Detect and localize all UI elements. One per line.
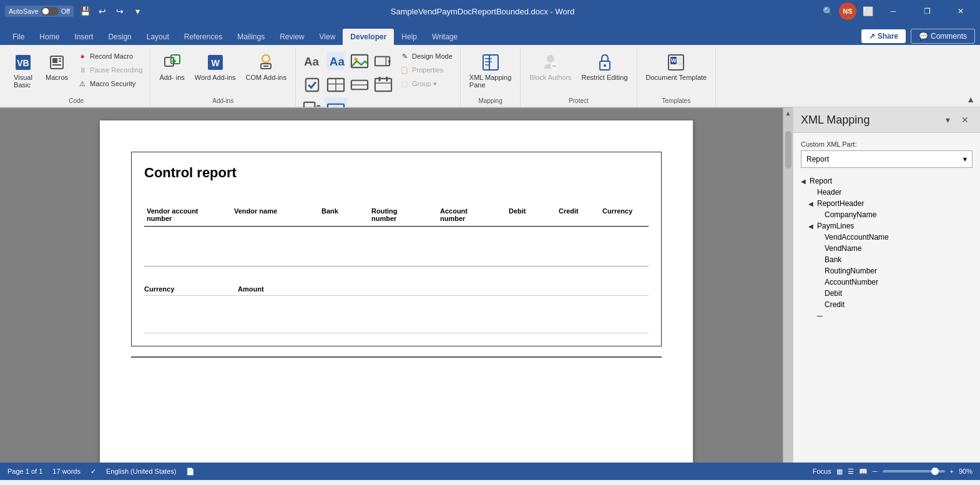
checkbox-control-button[interactable] <box>301 74 323 96</box>
text-control-aa-button[interactable]: Aa <box>301 50 323 72</box>
col-routing: Routingnumber <box>369 206 438 223</box>
autosave-pill[interactable] <box>41 7 59 16</box>
record-macro-button[interactable]: ● Record Macro <box>75 50 145 62</box>
svg-text:Aa: Aa <box>304 55 320 68</box>
tree-item-accountnumber[interactable]: AccountNumber <box>801 277 973 288</box>
tree-item-companyname[interactable]: CompanyName <box>801 209 973 220</box>
comments-button[interactable]: 💬 Comments <box>911 29 975 44</box>
scroll-thumb[interactable] <box>785 131 791 169</box>
xml-panel-close-button[interactable]: ✕ <box>958 112 973 127</box>
visual-basic-button[interactable]: VB VisualBasic <box>7 50 39 91</box>
tab-help[interactable]: Help <box>394 29 424 45</box>
date-control-icon <box>373 75 393 95</box>
ribbon-display-icon[interactable]: ⬜ <box>861 5 874 17</box>
restrict-editing-button[interactable]: Restrict Editing <box>578 50 632 84</box>
undo-icon[interactable]: ↩ <box>96 5 109 17</box>
view-read-icon[interactable]: 📖 <box>859 468 868 476</box>
macros-icon <box>47 52 67 72</box>
image-control-button[interactable] <box>348 50 371 72</box>
macros-button[interactable]: Macros <box>41 50 72 84</box>
tree-item-vendname[interactable]: VendName <box>801 243 973 254</box>
vertical-scrollbar[interactable]: ▲ ▼ <box>783 108 793 463</box>
tab-file[interactable]: File <box>5 29 32 45</box>
xml-part-dropdown[interactable]: Report ▾ <box>801 150 973 168</box>
add-ins-button[interactable]: Add- ins <box>155 50 188 84</box>
tab-insert[interactable]: Insert <box>67 29 100 45</box>
text-control-a-button[interactable]: Aa <box>325 50 347 72</box>
com-add-ins-button[interactable]: COM Add-ins <box>242 50 290 84</box>
view-normal-icon[interactable]: ▦ <box>836 468 843 476</box>
zoom-out-icon[interactable]: ─ <box>873 468 878 475</box>
autosave-toggle[interactable]: AutoSave Off <box>5 6 74 17</box>
doc-scroll[interactable]: Control report Vendor accountnumber Vend… <box>0 108 793 463</box>
combo-control-button[interactable]: ▾ <box>372 50 394 72</box>
tree-item-debit[interactable]: Debit <box>801 288 973 299</box>
svg-rect-5 <box>59 61 61 62</box>
macro-controls-col: ● Record Macro ⏸ Pause Recording ⚠ Macro… <box>75 50 145 90</box>
tab-home[interactable]: Home <box>32 29 67 45</box>
titlebar: AutoSave Off 💾 ↩ ↪ ▾ SampleVendPaymDocRe… <box>0 0 980 22</box>
word-add-ins-label: Word Add-ins <box>195 74 236 81</box>
svg-rect-7 <box>165 57 174 66</box>
tree-item-credit[interactable]: Credit <box>801 299 973 310</box>
date-control-button[interactable] <box>372 74 394 96</box>
tree-label-credit: Credit <box>825 300 845 309</box>
zoom-slider[interactable] <box>883 470 945 473</box>
tab-review[interactable]: Review <box>272 29 311 45</box>
customize-qat-icon[interactable]: ▾ <box>131 5 144 17</box>
avatar[interactable]: NS <box>839 2 856 20</box>
close-button[interactable]: ✕ <box>946 0 975 22</box>
focus-label[interactable]: Focus <box>813 468 831 475</box>
templates-group-label: Templates <box>642 96 711 104</box>
tab-references[interactable]: References <box>177 29 230 45</box>
tab-mailings[interactable]: Mailings <box>230 29 272 45</box>
ribbon-collapse-button[interactable]: ▲ <box>966 94 975 104</box>
table-control-button[interactable] <box>325 74 347 96</box>
ribbon-group-protect: Block Authors Restrict Editing Protect <box>521 47 637 107</box>
minimize-button[interactable]: ─ <box>879 0 908 22</box>
tree-item-ellipsis[interactable]: ─ <box>801 310 973 321</box>
redo-icon[interactable]: ↪ <box>114 5 126 17</box>
word-add-ins-button[interactable]: W Word Add-ins <box>191 50 240 84</box>
tree-item-vendaccountname[interactable]: VendAccountName <box>801 232 973 243</box>
tab-design[interactable]: Design <box>100 29 139 45</box>
document-template-label: Document Template <box>646 74 707 81</box>
tab-writage[interactable]: Writage <box>424 29 465 45</box>
properties-label: Properties <box>412 66 443 74</box>
zoom-in-icon[interactable]: + <box>950 468 954 475</box>
zoom-level[interactable]: 90% <box>959 468 973 475</box>
save-icon[interactable]: 💾 <box>79 5 91 17</box>
spell-check-icon[interactable]: ✓ <box>91 468 96 476</box>
autosave-label: AutoSave <box>9 7 39 15</box>
xml-panel-collapse-button[interactable]: ▾ <box>940 112 955 127</box>
tree-item-reportheader[interactable]: ◀ ReportHeader <box>801 198 973 209</box>
tab-view[interactable]: View <box>312 29 343 45</box>
ribbon-group-addins: Add- ins W Word Add-ins COM Add-ins Add-… <box>150 47 296 107</box>
scroll-up-arrow[interactable]: ▲ <box>783 108 793 119</box>
com-add-ins-icon <box>256 52 276 72</box>
tree-item-bank[interactable]: Bank <box>801 254 973 265</box>
paymlines-arrow: ◀ <box>808 223 816 230</box>
xml-mapping-pane-button[interactable]: XML MappingPane <box>466 50 515 91</box>
design-mode-button[interactable]: ✎ Design Mode <box>397 50 455 62</box>
addins-group-label: Add-ins <box>155 96 290 104</box>
xml-mapping-pane-label: XML MappingPane <box>469 74 511 89</box>
tree-item-routingnumber[interactable]: RoutingNumber <box>801 265 973 277</box>
checkbox-control-icon <box>302 75 322 95</box>
list-control-button[interactable] <box>348 74 371 96</box>
cursor-line <box>131 356 662 358</box>
tree-item-report[interactable]: ◀ Report <box>801 175 973 187</box>
tree-item-paymlines[interactable]: ◀ PaymLines <box>801 220 973 232</box>
tab-developer[interactable]: Developer <box>343 29 394 45</box>
document-template-button[interactable]: W Document Template <box>642 50 711 84</box>
xml-mapping-panel: XML Mapping ▾ ✕ Custom XML Part: Report … <box>793 107 980 463</box>
share-button[interactable]: ↗ Share <box>861 29 906 43</box>
language[interactable]: English (United States) <box>106 468 177 475</box>
search-icon[interactable]: 🔍 <box>821 5 834 17</box>
addins-group-content: Add- ins W Word Add-ins COM Add-ins <box>155 50 290 93</box>
restore-button[interactable]: ❐ <box>913 0 941 22</box>
view-web-icon[interactable]: ☰ <box>848 468 854 476</box>
tab-layout[interactable]: Layout <box>139 29 177 45</box>
tree-item-header[interactable]: Header <box>801 187 973 198</box>
macro-security-button[interactable]: ⚠ Macro Security <box>75 77 145 90</box>
